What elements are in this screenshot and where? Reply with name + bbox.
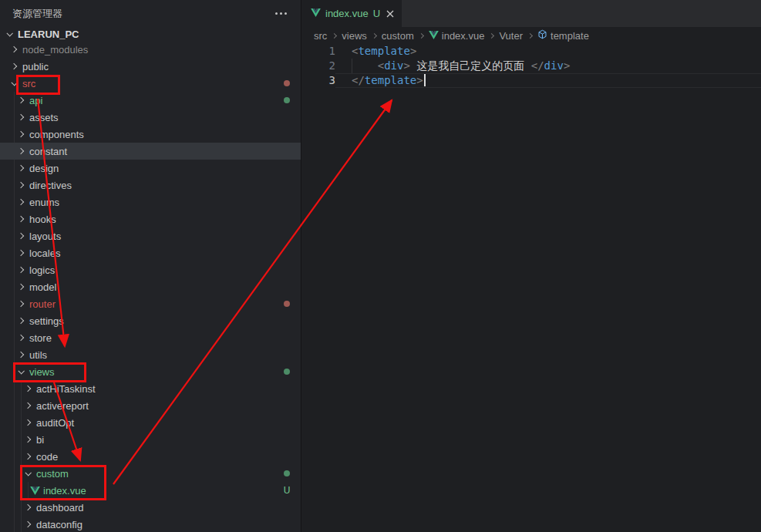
tree-item-src[interactable]: src bbox=[0, 75, 301, 92]
chevron-down-icon bbox=[15, 369, 27, 374]
tree-item-assets[interactable]: assets bbox=[0, 109, 301, 126]
tree-item-auditOpt[interactable]: auditOpt bbox=[0, 414, 301, 431]
breadcrumb-label: template bbox=[551, 30, 589, 42]
code-line-1[interactable]: 1<template> bbox=[301, 44, 761, 59]
chevron-right-icon bbox=[15, 251, 27, 255]
breadcrumb-item-template[interactable]: template bbox=[537, 29, 589, 42]
breadcrumb-item-custom[interactable]: custom bbox=[382, 30, 414, 42]
tree-item-label: index.vue bbox=[43, 485, 86, 497]
breadcrumb-item-views[interactable]: views bbox=[342, 30, 367, 42]
tree-item-label: auditOpt bbox=[36, 417, 74, 429]
explorer-sidebar: 资源管理器 LEARUN_PC node_modulespublicsrcapi… bbox=[0, 0, 301, 532]
tree-item-label: locales bbox=[29, 247, 60, 259]
more-actions-icon[interactable] bbox=[272, 9, 290, 18]
code-token: < bbox=[378, 59, 384, 72]
git-status-badge bbox=[282, 301, 291, 307]
template-symbol-icon bbox=[537, 29, 547, 42]
code-token: template bbox=[358, 45, 409, 57]
close-icon[interactable] bbox=[385, 7, 396, 21]
text-cursor bbox=[424, 74, 426, 86]
tree-item-dashboard[interactable]: dashboard bbox=[0, 499, 301, 516]
git-status-badge bbox=[282, 470, 291, 476]
tree-item-dataconfig[interactable]: dataconfig bbox=[0, 516, 301, 532]
tree-item-label: public bbox=[22, 61, 49, 72]
breadcrumb-item-Vuter[interactable]: Vuter bbox=[499, 30, 523, 42]
chevron-right-icon bbox=[22, 522, 34, 527]
chevron-right-icon bbox=[8, 47, 20, 52]
code-token: 这是我自己定义的页面 bbox=[410, 59, 531, 72]
chevron-right-icon bbox=[22, 437, 34, 442]
tree-item-locales[interactable]: locales bbox=[0, 244, 301, 261]
tree-item-public[interactable]: public bbox=[0, 58, 301, 75]
project-root-header[interactable]: LEARUN_PC bbox=[0, 27, 301, 41]
code-token: > bbox=[403, 59, 409, 72]
tree-item-logics[interactable]: logics bbox=[0, 261, 301, 278]
tree-item-label: src bbox=[22, 78, 35, 89]
tree-item-bi[interactable]: bi bbox=[0, 431, 301, 448]
indent-guide bbox=[352, 59, 352, 73]
tree-item-code[interactable]: code bbox=[0, 448, 301, 465]
chevron-right-icon bbox=[15, 318, 27, 323]
tree-item-label: api bbox=[29, 95, 42, 106]
code-token bbox=[352, 59, 378, 72]
vue-icon bbox=[311, 8, 321, 19]
tree-item-enums[interactable]: enums bbox=[0, 194, 301, 210]
tree-item-label: views bbox=[29, 366, 55, 378]
breadcrumb-item-src[interactable]: src bbox=[314, 30, 327, 42]
tree-item-label: assets bbox=[29, 112, 59, 123]
tree-item-layouts[interactable]: layouts bbox=[0, 227, 301, 244]
code-token: > bbox=[416, 74, 423, 86]
tree-item-label: design bbox=[29, 163, 59, 174]
tree-item-settings[interactable]: settings bbox=[0, 312, 301, 329]
tree-item-hooks[interactable]: hooks bbox=[0, 210, 301, 227]
chevron-down-icon bbox=[3, 32, 15, 36]
tree-item-index.vue[interactable]: index.vueU bbox=[0, 482, 301, 499]
breadcrumb-label: custom bbox=[382, 30, 414, 42]
tree-item-label: enums bbox=[29, 197, 59, 208]
tree-item-model[interactable]: model bbox=[0, 278, 301, 295]
tree-item-components[interactable]: components bbox=[0, 126, 301, 143]
tree-item-actHiTaskinst[interactable]: actHiTaskinst bbox=[0, 380, 301, 397]
chevron-right-icon bbox=[22, 386, 34, 391]
code-line-3[interactable]: 3</template> bbox=[301, 73, 761, 88]
editor-tab-bar: index.vue U bbox=[301, 0, 761, 27]
chevron-right-icon bbox=[22, 403, 34, 408]
tree-item-node_modules[interactable]: node_modules bbox=[0, 41, 301, 58]
breadcrumb-separator-icon bbox=[332, 32, 337, 38]
chevron-down-icon bbox=[8, 81, 20, 86]
code-line-content: </template> bbox=[335, 73, 426, 88]
tree-item-label: components bbox=[29, 129, 84, 140]
tree-item-router[interactable]: router bbox=[0, 295, 301, 312]
chevron-right-icon bbox=[15, 217, 27, 221]
vue-icon bbox=[29, 487, 41, 495]
tree-item-label: hooks bbox=[29, 214, 56, 225]
tree-item-constant[interactable]: constant bbox=[0, 143, 301, 160]
breadcrumb-item-index.vue[interactable]: index.vue bbox=[429, 30, 485, 42]
tree-item-label: activereport bbox=[36, 400, 89, 412]
tree-item-label: dataconfig bbox=[36, 519, 82, 530]
chevron-right-icon bbox=[15, 268, 27, 272]
tree-item-label: dashboard bbox=[36, 502, 83, 513]
git-status-badge bbox=[282, 80, 291, 86]
code-token: </ bbox=[531, 59, 544, 72]
explorer-title: 资源管理器 bbox=[12, 7, 62, 21]
code-token: div bbox=[544, 59, 564, 72]
code-line-2[interactable]: 2 <div> 这是我自己定义的页面 </div> bbox=[301, 59, 761, 73]
tree-item-views[interactable]: views bbox=[0, 363, 301, 380]
git-status-badge bbox=[282, 97, 291, 103]
tree-item-api[interactable]: api bbox=[0, 92, 301, 109]
tree-item-activereport[interactable]: activereport bbox=[0, 397, 301, 414]
tree-item-utils[interactable]: utils bbox=[0, 346, 301, 363]
tree-item-design[interactable]: design bbox=[0, 160, 301, 177]
tree-item-store[interactable]: store bbox=[0, 329, 301, 346]
chevron-right-icon bbox=[15, 132, 27, 136]
tree-item-label: layouts bbox=[29, 231, 61, 242]
breadcrumb-label: src bbox=[314, 30, 327, 42]
code-editor[interactable]: 1<template>2 <div> 这是我自己定义的页面 </div>3</t… bbox=[301, 44, 761, 88]
tree-item-label: model bbox=[29, 281, 56, 293]
tree-item-custom[interactable]: custom bbox=[0, 465, 301, 482]
breadcrumb-label: views bbox=[342, 30, 367, 42]
tree-item-directives[interactable]: directives bbox=[0, 177, 301, 194]
vscode-window: 资源管理器 LEARUN_PC node_modulespublicsrcapi… bbox=[0, 0, 761, 532]
tab-index-vue[interactable]: index.vue U bbox=[301, 0, 402, 27]
